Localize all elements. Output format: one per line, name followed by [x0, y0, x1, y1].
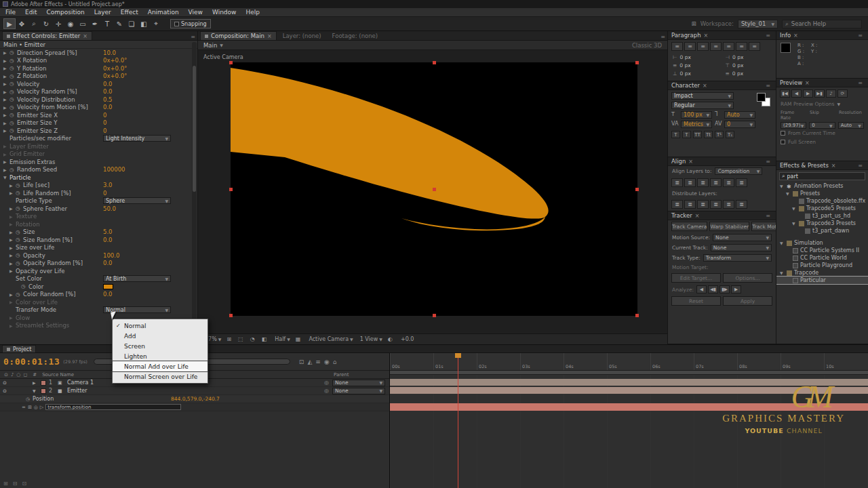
stopwatch-icon[interactable]: ◷: [9, 120, 17, 126]
tab-layer[interactable]: Layer: (none): [278, 31, 326, 40]
align-button[interactable]: ≣: [723, 178, 734, 187]
preview-option-dropdown[interactable]: Auto▼: [838, 122, 864, 129]
menu-option[interactable]: ✓ Add: [113, 331, 208, 341]
comp-bottom-control[interactable]: Active Camera ▼: [307, 336, 353, 342]
tool-button[interactable]: ⌕: [28, 18, 40, 29]
transport-button[interactable]: ▮◀: [780, 89, 790, 98]
panel-menu-icon[interactable]: ≡: [766, 159, 772, 165]
preset-tree-item[interactable]: ▼ Presets: [776, 190, 868, 197]
align-button[interactable]: ≣: [710, 178, 722, 187]
snapping-toggle[interactable]: Snapping: [170, 19, 211, 28]
paragraph-field[interactable]: ≡ 0 px: [673, 62, 719, 68]
align-button[interactable]: ≣: [671, 178, 683, 187]
property-value[interactable]: 0: [103, 119, 106, 126]
eye-icon[interactable]: ⊙: [3, 388, 9, 394]
property-value[interactable]: 0x+0.0°: [103, 57, 127, 64]
menu-option[interactable]: ✓ Screen: [113, 341, 208, 351]
twirl-icon[interactable]: ▶: [3, 159, 9, 164]
twirl-icon[interactable]: ▶: [9, 190, 16, 195]
expression-enable-icon[interactable]: =: [22, 405, 26, 410]
comp-bottom-control[interactable]: ◐ ▼: [388, 336, 394, 342]
twirl-icon[interactable]: ▶: [3, 50, 9, 55]
tracker-button[interactable]: Track Camera: [671, 222, 707, 231]
selection-handle[interactable]: [433, 188, 436, 191]
distribute-button[interactable]: ≣: [723, 200, 734, 209]
property-value[interactable]: 100.0: [103, 252, 119, 259]
twirl-icon[interactable]: ▶: [3, 128, 9, 133]
layer-name[interactable]: Emitter: [67, 388, 87, 394]
stopwatch-icon[interactable]: ◷: [9, 58, 17, 64]
paragraph-field[interactable]: ≡ 0 px: [726, 70, 772, 77]
kerning-dropdown[interactable]: Metrics▼: [681, 121, 712, 128]
preset-tree-item[interactable]: t3_part_us_hd: [776, 212, 868, 220]
distribute-button[interactable]: ≣: [710, 200, 722, 209]
effect-property-row[interactable]: ◷ Transfer Mode Normal Normal▼: [0, 306, 197, 314]
preset-tree-item[interactable]: Particular: [776, 277, 868, 284]
property-value[interactable]: 5.0: [103, 228, 113, 235]
effect-property-row[interactable]: ▶ ◷ Emitter Size Z 0 0▼: [0, 127, 197, 135]
font-size-dropdown[interactable]: 100 px▼: [681, 111, 712, 119]
property-dropdown[interactable]: Sphere▼: [103, 197, 171, 204]
comp-viewer[interactable]: Active Camera: [198, 50, 667, 333]
tab-timeline[interactable]: Project: [2, 345, 36, 352]
menu-option[interactable]: ✓ Normal Add over Life: [113, 361, 208, 371]
effect-property-row[interactable]: ▶ ◷ Emitter Size X 0 0▼: [0, 111, 197, 119]
paragraph-align-button[interactable]: ≡: [710, 42, 722, 51]
tracking-dropdown[interactable]: 0▼: [724, 121, 755, 128]
tool-button[interactable]: T: [101, 18, 113, 29]
stopwatch-icon[interactable]: ◷: [16, 237, 23, 243]
menu-item[interactable]: Animation: [148, 9, 179, 16]
scrollbar[interactable]: [192, 42, 197, 342]
timeline-option-icon[interactable]: ◭: [307, 359, 312, 365]
property-value[interactable]: 0.0: [103, 237, 113, 243]
align-button[interactable]: ≣: [697, 178, 709, 187]
paragraph-field[interactable]: ⊢ 0 px: [673, 54, 719, 60]
current-timecode[interactable]: 0:00:01:13: [3, 357, 60, 367]
comp-bottom-control[interactable]: ⊞ ▼: [226, 336, 233, 342]
menu-option[interactable]: ✓ Normal: [113, 321, 208, 331]
effect-property-row[interactable]: ▶ ◷ Life Random [%] 0 0▼: [0, 189, 197, 197]
effect-property-row[interactable]: ▶ ◷ Texture ▼: [0, 213, 197, 221]
property-value[interactable]: 0.0: [103, 260, 113, 266]
timeline-toggle-icon[interactable]: ⊞: [3, 481, 8, 487]
tracker-secondary-button[interactable]: Edit Target...: [671, 273, 721, 283]
timeline-option-icon[interactable]: ≡: [315, 359, 321, 365]
composition-canvas[interactable]: [231, 62, 637, 316]
stopwatch-icon[interactable]: ◷: [16, 190, 23, 196]
comp-bottom-control[interactable]: ⬚ ▼: [238, 336, 245, 342]
transport-button[interactable]: ▶: [803, 89, 813, 98]
effects-search-box[interactable]: ⌕: [779, 172, 865, 180]
menu-item[interactable]: View: [189, 9, 203, 16]
paragraph-align-button[interactable]: ≡: [671, 42, 683, 51]
close-icon[interactable]: ×: [831, 163, 836, 169]
property-value[interactable]: 0.0: [103, 104, 113, 110]
tracker-dropdown[interactable]: None▼: [711, 244, 772, 251]
preset-tree-item[interactable]: CC Particle World: [776, 254, 868, 262]
twirl-icon[interactable]: ▶: [9, 245, 16, 250]
twirl-icon[interactable]: ▶: [3, 89, 9, 94]
analyze-button[interactable]: ▶: [731, 285, 741, 293]
twirl-icon[interactable]: ▶: [9, 292, 16, 297]
transport-button[interactable]: ▶▮: [814, 89, 825, 98]
stopwatch-icon[interactable]: ◷: [16, 229, 23, 235]
analyze-button[interactable]: ◀: [696, 285, 707, 293]
twirl-icon[interactable]: ▶: [3, 81, 9, 86]
distribute-button[interactable]: ≣: [684, 200, 696, 209]
twirl-icon[interactable]: ▶: [9, 261, 16, 266]
property-value[interactable]: 0.0: [103, 81, 113, 87]
effect-property-row[interactable]: ◷ Set Color At Birth At Birth▼: [0, 275, 197, 283]
preset-tree-item[interactable]: CC Particle Systems II: [776, 247, 868, 254]
stopwatch-icon[interactable]: ◷: [16, 252, 23, 258]
menu-item[interactable]: Window: [212, 9, 237, 16]
panel-menu-icon[interactable]: ≡: [858, 163, 865, 169]
preview-option-dropdown[interactable]: 0▼: [809, 122, 835, 129]
property-value[interactable]: 0.0: [103, 88, 113, 95]
preview-checkbox-row[interactable]: Full Screen: [776, 138, 868, 146]
property-dropdown[interactable]: At Birth▼: [103, 275, 171, 282]
twirl-icon[interactable]: ▶: [3, 66, 9, 70]
effect-property-row[interactable]: ▶ ◷ Life [sec] 3.0 3.0▼: [0, 182, 197, 190]
twirl-icon[interactable]: ▶: [3, 144, 9, 148]
menu-item[interactable]: Effect: [121, 9, 138, 16]
pick-whip-icon[interactable]: ◎: [324, 388, 329, 394]
effect-property-row[interactable]: ▶ ◷ X Rotation 0x+0.0° 0x+0.0°▼: [0, 57, 197, 65]
